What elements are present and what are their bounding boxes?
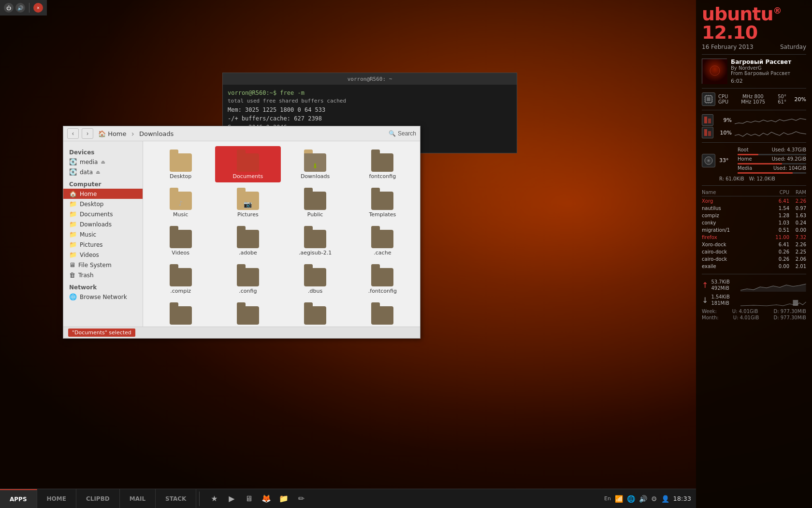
net-download-stats: 1.54KiB 181MiB	[711, 294, 738, 306]
media-bar	[738, 172, 806, 174]
file-label: Templates	[369, 211, 396, 218]
volume-icon[interactable]: 🔊	[639, 495, 647, 503]
file-label: .compiz	[170, 288, 191, 294]
net-upload-stats: 53.7KiB 492MiB	[711, 279, 738, 291]
screen-icon[interactable]: 🖥	[242, 492, 256, 506]
conky-sparkline1	[735, 114, 806, 126]
track-by: By NordverG	[731, 65, 791, 71]
sidebar-item-home[interactable]: 🏠 Home	[63, 189, 143, 199]
fm-path: 🏠 Home › Downloads	[96, 129, 386, 138]
folder-icon-fontconfig2	[371, 264, 394, 287]
file-gimp[interactable]: .gimp-2.8	[283, 299, 348, 327]
file-aegisub[interactable]: .aegisub-2.1	[283, 223, 348, 259]
sound-button[interactable]: 🔊	[15, 3, 25, 13]
file-adobe[interactable]: .adobe	[215, 223, 280, 259]
album-art-svg	[702, 59, 727, 84]
home-icon: 🏠	[69, 190, 77, 197]
user-icon[interactable]: 👤	[661, 495, 669, 503]
tab-stack[interactable]: STACK	[156, 489, 196, 508]
file-fonts[interactable]: .fonts	[148, 299, 213, 327]
file-label: Videos	[172, 250, 189, 256]
tab-mail[interactable]: MAIL	[120, 489, 156, 508]
play-icon[interactable]: ▶	[225, 492, 238, 506]
file-music[interactable]: ♪ Music	[148, 184, 213, 221]
file-label: Downloads	[301, 173, 330, 179]
tab-clipbd[interactable]: CLIPBD	[76, 489, 120, 508]
fm-path-downloads[interactable]: Downloads	[137, 129, 175, 138]
tab-apps[interactable]: APPS	[0, 489, 37, 508]
sidebar-item-media[interactable]: 💽 media ⏏	[63, 157, 143, 167]
file-fontconfig[interactable]: fontconfig	[350, 146, 415, 182]
fm-path-home[interactable]: 🏠 Home	[96, 129, 129, 138]
folder-icon-gconf	[236, 302, 260, 325]
divider	[702, 110, 806, 110]
sidebar-item-videos[interactable]: 📁 Videos	[63, 250, 143, 260]
sidebar-item-trash[interactable]: 🗑 Trash	[63, 270, 143, 280]
eject-data-icon[interactable]: ⏏	[96, 169, 100, 175]
sidebar-item-browse-network[interactable]: 🌐 Browse Network	[63, 292, 143, 302]
firefox-icon[interactable]: 🦊	[260, 492, 273, 506]
file-videos[interactable]: Videos	[148, 223, 213, 259]
proc-xoro-dock: Xoro-dock 6.41 2.26	[702, 241, 806, 248]
sidebar-item-desktop[interactable]: 📁 Desktop	[63, 199, 143, 209]
folder-icon-music: ♪	[169, 187, 192, 210]
file-documents[interactable]: Documents	[215, 146, 280, 182]
sidebar-item-filesystem[interactable]: 🖥 File System	[63, 260, 143, 270]
file-downloads[interactable]: ⬇ Downloads	[283, 146, 348, 182]
fm-section-devices: Devices	[63, 147, 143, 157]
file-label: .adobe	[239, 250, 257, 256]
file-config[interactable]: .config	[215, 261, 280, 297]
folder-icon-dbus	[304, 264, 327, 287]
conky-io: R: 61.0KiB W: 12.0KiB	[719, 176, 806, 181]
file-fontconfig2[interactable]: .fontconfig	[350, 261, 415, 297]
folder-icon-adobe	[236, 225, 260, 249]
fm-back-button[interactable]: ‹	[67, 128, 79, 139]
file-label: Pictures	[237, 211, 259, 218]
battery-icon[interactable]: ⚙	[651, 495, 657, 503]
folder-icon: 📁	[69, 251, 77, 258]
power-button[interactable]: ⏻	[4, 3, 14, 13]
taskbar-tabs: APPS HOME CLIPBD MAIL STACK	[0, 489, 196, 508]
sidebar-item-downloads[interactable]: 📁 Downloads	[63, 219, 143, 229]
file-compiz[interactable]: .compiz	[148, 261, 213, 297]
close-button[interactable]: ×	[33, 3, 43, 13]
terminal-headers: total used free shared buffers cached	[228, 97, 512, 105]
folder-icon-config	[236, 264, 260, 287]
locale-indicator[interactable]: En	[604, 495, 611, 502]
conky-sparkline2	[735, 127, 806, 138]
conky-date: 16 February 2013 Saturday	[702, 44, 806, 50]
file-gconf[interactable]: .gconf	[215, 299, 280, 327]
eject-media-icon[interactable]: ⏏	[101, 159, 105, 164]
wifi-icon[interactable]: 📶	[615, 495, 623, 503]
network-icon[interactable]: 🌐	[627, 495, 635, 503]
sidebar-item-documents[interactable]: 📁 Documents	[63, 209, 143, 219]
folder-icon: 📁	[69, 241, 77, 248]
file-desktop[interactable]: Desktop	[148, 146, 213, 182]
fm-search-button[interactable]: 🔍 Search	[389, 130, 416, 137]
sidebar-item-data[interactable]: 💽 data ⏏	[63, 167, 143, 177]
file-gnome2[interactable]: .gnome2	[350, 299, 415, 327]
drive-icon: 💽	[69, 158, 77, 165]
sidebar-item-pictures[interactable]: 📁 Pictures	[63, 239, 143, 250]
tab-home[interactable]: HOME	[37, 489, 76, 508]
star-icon[interactable]: ★	[207, 492, 221, 506]
folder-icon[interactable]: 📁	[277, 492, 290, 506]
fm-content: Desktop Documents ⬇ Downloads	[143, 141, 420, 327]
file-label: Public	[307, 211, 323, 218]
bar2-percent: 10%	[716, 130, 732, 136]
folder-icon-aegisub	[304, 225, 327, 249]
file-pictures[interactable]: 📷 Pictures	[215, 184, 280, 221]
file-cache[interactable]: .cache	[350, 223, 415, 259]
sidebar-item-music[interactable]: 📁 Music	[63, 229, 143, 239]
fm-forward-button[interactable]: ›	[82, 128, 93, 139]
fm-section-network: Network	[63, 282, 143, 292]
bar2-icon	[702, 127, 713, 138]
album-art	[702, 59, 727, 84]
pencil-icon[interactable]: ✏	[294, 492, 308, 506]
taskbar: APPS HOME CLIPBD MAIL STACK ★ ▶ 🖥 🦊 📁 ✏	[0, 489, 696, 508]
folder-icon-downloads: ⬇	[304, 149, 327, 172]
file-dbus[interactable]: .dbus	[283, 261, 348, 297]
registered-icon: ®	[773, 5, 782, 15]
file-templates[interactable]: Templates	[350, 184, 415, 221]
file-public[interactable]: Public	[283, 184, 348, 221]
